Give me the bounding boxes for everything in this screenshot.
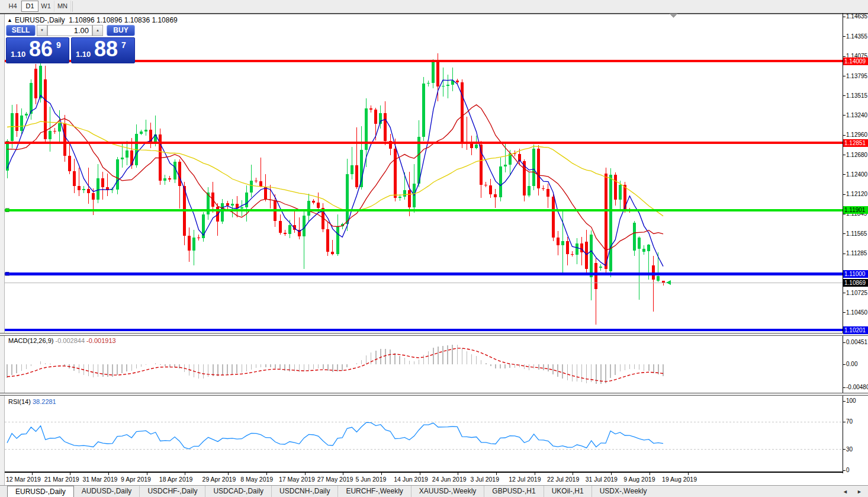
price-axis-label: 1.14355 xyxy=(846,33,867,40)
sell-price-pip: 9 xyxy=(56,40,61,50)
symbol-ohlc-line: ▲EURUSD-,Daily 1.10896 1.10896 1.10836 1… xyxy=(7,16,178,24)
price-axis-label: 1.11285 xyxy=(846,250,867,256)
candle-body xyxy=(87,189,90,193)
one-click-trading-panel: SELL ▼ ▲ BUY 1.10 86 9 1.10 88 7 xyxy=(6,25,134,62)
date-axis-label: 9 Aug 2019 xyxy=(623,476,655,483)
candle-body xyxy=(528,186,531,195)
macd-window-separator[interactable] xyxy=(0,333,868,336)
hline-handle[interactable] xyxy=(5,272,9,275)
tab-xauusd-weekly[interactable]: XAUUSD-,Weekly xyxy=(411,486,484,497)
date-axis-label: 29 Apr 2019 xyxy=(202,476,236,483)
price-badge-1.10201: 1.10201 xyxy=(843,326,868,334)
candle-body xyxy=(39,66,42,98)
candle-body xyxy=(255,181,258,181)
candle-body xyxy=(619,185,622,200)
candle-body xyxy=(398,197,401,198)
price-axis-label: 1.10450 xyxy=(846,309,867,316)
sell-price-box[interactable]: 1.10 86 9 xyxy=(6,37,69,63)
buy-price-box[interactable]: 1.10 88 7 xyxy=(71,37,135,63)
candle-body xyxy=(140,132,143,134)
volume-input[interactable] xyxy=(47,25,92,36)
candle-body xyxy=(192,238,195,250)
candle-body xyxy=(82,189,85,190)
tab-ukoil-h1[interactable]: UKOil-,H1 xyxy=(544,486,591,497)
tab-scroll-right-icon[interactable]: ► xyxy=(857,489,862,495)
buy-price-pip: 7 xyxy=(121,40,126,50)
rsi-scale-label: 100 xyxy=(846,397,856,404)
tab-usdx-weekly[interactable]: USDX-,Weekly xyxy=(591,486,655,497)
candle-body xyxy=(499,166,502,197)
date-axis-label: 14 Jun 2019 xyxy=(394,476,428,483)
chart-tab-bar: ◄ ► EURUSD-,DailyAUDUSD-,DailyUSDCHF-,Da… xyxy=(0,485,868,497)
candle-body xyxy=(188,236,191,251)
tab-eurusd-daily[interactable]: EURUSD-,Daily xyxy=(7,486,74,497)
macd-histogram xyxy=(7,345,663,384)
macd-signal-line xyxy=(7,348,663,381)
candle-body xyxy=(288,225,291,235)
buy-button[interactable]: BUY xyxy=(107,25,135,36)
price-badge-1.11000: 1.11000 xyxy=(843,270,868,278)
collapse-panel-icon[interactable]: ▲ xyxy=(7,17,12,23)
candle-body xyxy=(284,233,287,234)
candle-body xyxy=(101,178,104,188)
candle-body xyxy=(346,174,349,225)
price-axis-label: 1.13240 xyxy=(846,112,867,118)
moving-average-line-5 xyxy=(7,80,663,267)
candle-body xyxy=(451,81,454,85)
tab-usdcnh-daily[interactable]: USDCNH-,Daily xyxy=(271,486,337,497)
candle-body xyxy=(657,276,660,281)
candle-body xyxy=(599,267,602,268)
candle-body xyxy=(250,181,253,193)
sell-price-prefix: 1.10 xyxy=(11,50,25,59)
volume-up-spinner[interactable]: ▲ xyxy=(92,25,103,36)
candle-body xyxy=(403,190,406,197)
macd-label: MACD(12,26,9) -0.002844 -0.001913 xyxy=(8,337,116,344)
volume-down-spinner[interactable]: ▼ xyxy=(37,25,47,36)
chart-canvas[interactable] xyxy=(0,0,868,497)
candle-body xyxy=(116,159,119,190)
rsi-window-separator[interactable] xyxy=(0,393,868,396)
candle-body xyxy=(647,245,650,251)
macd-scale-label: 0.004517 xyxy=(846,339,868,345)
rsi-scale-label: 30 xyxy=(846,446,853,453)
candle-body xyxy=(442,86,445,86)
candle-body xyxy=(552,197,555,238)
candle-body xyxy=(609,175,612,271)
current-price-badge: 1.10869 xyxy=(843,279,868,287)
candle-body xyxy=(432,62,435,83)
tab-audusd-daily[interactable]: AUDUSD-,Daily xyxy=(74,486,140,497)
last-price-arrow-icon xyxy=(666,280,671,285)
candle-body xyxy=(20,116,23,131)
candle-body xyxy=(480,145,483,185)
candle-body xyxy=(484,185,487,185)
date-axis-label: 12 Mar 2019 xyxy=(6,476,41,483)
price-badge-1.14009: 1.14009 xyxy=(843,57,868,65)
candle-body xyxy=(384,113,387,141)
date-axis-label: 31 Jul 2019 xyxy=(586,476,618,483)
hline-handle[interactable] xyxy=(5,209,9,212)
rsi-scale-label: 0 xyxy=(846,467,850,473)
candle-body xyxy=(360,150,363,187)
tab-usdchf-daily[interactable]: USDCHF-,Daily xyxy=(139,486,205,497)
candle-body xyxy=(571,254,574,255)
tab-eurchf-weekly[interactable]: EURCHF-,Weekly xyxy=(337,486,410,497)
candle-body xyxy=(537,149,540,188)
macd-scale-label: -0.004806 xyxy=(846,384,868,390)
candle-body xyxy=(307,201,310,216)
candle-body xyxy=(461,82,464,142)
tab-scroll-left-icon[interactable]: ◄ xyxy=(843,489,848,495)
candle-body xyxy=(53,131,56,132)
macd-scale-label: 0.00 xyxy=(846,361,857,367)
candle-body xyxy=(532,149,535,186)
candle-body xyxy=(245,193,248,207)
tab-usdcad-daily[interactable]: USDCAD-,Daily xyxy=(205,486,271,497)
chart-shift-marker-icon xyxy=(669,14,677,18)
candle-body xyxy=(566,241,569,254)
tab-gbpusd-h1[interactable]: GBPUSD-,H1 xyxy=(484,486,543,497)
date-axis-label: 31 Mar 2019 xyxy=(82,476,117,483)
candle-body xyxy=(11,113,14,141)
price-axis-label: 1.11565 xyxy=(846,230,867,237)
candle-body xyxy=(73,171,76,186)
sell-button[interactable]: SELL xyxy=(6,25,36,36)
candle-body xyxy=(594,263,597,289)
